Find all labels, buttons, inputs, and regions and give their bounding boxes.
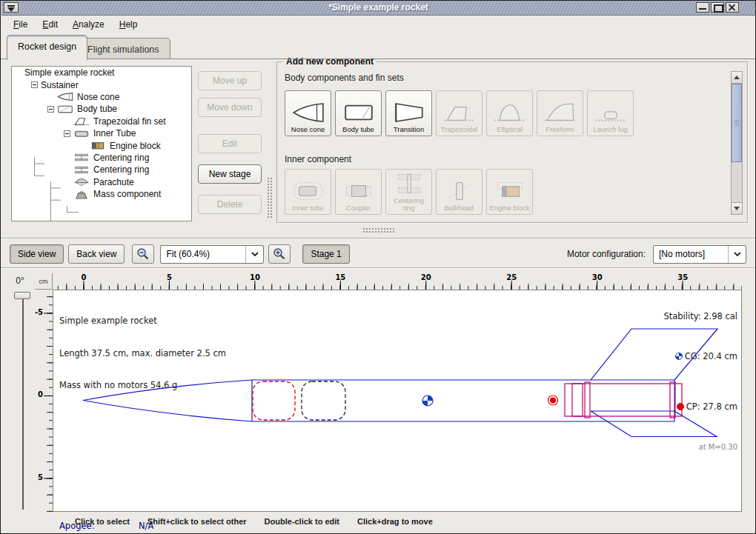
component-button-label: Elliptical [497, 126, 523, 133]
component-panel-scrollbar[interactable] [731, 71, 743, 215]
component-button-label: Freeform [546, 126, 574, 133]
tree-item[interactable]: Body tube [12, 103, 191, 115]
inner-components-row: Inner tube Coupler Centering ring Bulkhe… [285, 169, 533, 215]
tree-item[interactable]: Simple example rocket [12, 67, 191, 79]
tree-item-icon [73, 165, 90, 175]
minimize-icon [699, 8, 706, 10]
tree-action-button[interactable]: Move up [198, 71, 262, 90]
button-label: Move up [213, 76, 247, 86]
body-components-row: Nose cone Body tube Transition Trapezoid… [285, 90, 634, 136]
tree-item[interactable]: Centering ring [12, 164, 191, 176]
add-component-button[interactable]: Trapezoidal [436, 90, 483, 136]
add-component-button[interactable]: Nose cone [285, 90, 331, 136]
tree-item-icon [57, 104, 73, 114]
add-component-button[interactable]: Coupler [335, 169, 382, 215]
tree-item[interactable]: Sustainer [12, 79, 191, 90]
tab[interactable]: Rocket design [7, 35, 87, 60]
scroll-up-button[interactable] [732, 72, 742, 84]
title-bar[interactable]: *Simple example rocket [1, 1, 755, 16]
cg-legend-icon [675, 353, 683, 360]
zoom-level-combo[interactable]: Fit (60.4%) [160, 245, 264, 264]
combo-dropdown-button[interactable] [728, 246, 746, 263]
horizontal-splitter-handle[interactable] [362, 227, 395, 233]
tree-item[interactable]: Parachute [12, 176, 191, 188]
add-component-button[interactable]: Launch lug [587, 90, 634, 136]
body-components-label: Body components and fin sets [285, 73, 404, 83]
chevron-down-icon [734, 252, 741, 256]
horizontal-ruler: 05101520253035 [53, 273, 742, 290]
minimize-button[interactable] [696, 2, 709, 13]
zoom-level-value: Fit (60.4%) [161, 246, 245, 263]
add-component-button[interactable]: Freeform [537, 90, 583, 136]
rotation-slider-handle[interactable] [14, 292, 30, 299]
rocket-mass-text: Mass with no motors 54.6 g [59, 380, 226, 391]
rocket-canvas[interactable]: Simple example rocket Length 37.5 cm, ma… [53, 290, 742, 512]
tree-expander-icon[interactable] [64, 130, 70, 137]
component-button-label: Centering ring [387, 197, 431, 212]
menu-item[interactable]: File [7, 17, 34, 32]
add-component-button[interactable]: Body tube [335, 90, 382, 136]
menu-item[interactable]: Analyze [66, 17, 111, 32]
close-button[interactable] [726, 2, 739, 13]
component-button-label: Body tube [342, 126, 374, 133]
component-button-label: Trapezoidal [441, 126, 477, 133]
component-button-label: Inner tube [292, 204, 324, 212]
tree-item-label: Engine block [110, 141, 161, 151]
motor-configuration-combo[interactable]: [No motors] [653, 245, 746, 264]
tree-item[interactable]: Trapezoidal fin set [12, 116, 191, 127]
menu-item[interactable]: Edit [36, 17, 64, 32]
combo-dropdown-button[interactable] [245, 246, 263, 263]
add-component-button[interactable]: Engine block [486, 169, 533, 215]
cg-marker [422, 396, 433, 406]
h-ruler-label: 15 [335, 273, 345, 281]
h-ruler-label: 5 [167, 273, 172, 281]
scroll-down-button[interactable] [732, 202, 742, 214]
vertical-splitter-handle[interactable] [267, 177, 272, 218]
add-component-button[interactable]: Bulkhead [436, 169, 483, 215]
tab[interactable]: Flight simulations [76, 38, 170, 59]
magnifier-minus-icon [136, 247, 150, 261]
tree-item[interactable]: Engine block [12, 139, 191, 151]
panel-border [1, 59, 755, 59]
menu-item[interactable]: Help [113, 17, 145, 32]
component-icon [291, 179, 325, 203]
centering-ring-shape[interactable] [585, 382, 590, 418]
scrollbar-thumb[interactable] [732, 84, 742, 162]
parachute-shape[interactable] [253, 381, 295, 420]
button-label: Edit [222, 138, 238, 149]
zoom-in-button[interactable] [268, 244, 291, 264]
tree-action-button[interactable]: New stage [198, 164, 262, 184]
tree-item[interactable]: Inner Tube [12, 127, 191, 139]
arrow-up-icon [734, 76, 740, 79]
tree-item[interactable]: Centering ring [12, 152, 191, 164]
tree-item-label: Mass component [93, 189, 161, 199]
tree-item[interactable]: Nose cone [12, 91, 191, 103]
mass-component-shape[interactable] [302, 381, 345, 420]
tree-action-button[interactable]: Edit [198, 134, 262, 153]
cp-text: CP: 27.8 cm [686, 401, 737, 412]
zoom-out-button[interactable] [132, 244, 154, 264]
add-component-button[interactable]: Elliptical [486, 90, 533, 136]
rocket-info-text: Simple example rocket Length 37.5 cm, ma… [59, 294, 226, 413]
button-label: New stage [209, 169, 251, 179]
stage-1-toggle[interactable]: Stage 1 [302, 244, 349, 264]
engine-block-shape[interactable] [572, 384, 583, 416]
tree-action-button[interactable]: Move down [198, 98, 262, 117]
add-component-button[interactable]: Inner tube [285, 169, 331, 215]
back-view-button[interactable]: Back view [68, 244, 125, 264]
tree-item-icon [73, 153, 90, 162]
add-component-button[interactable]: Centering ring [385, 169, 432, 215]
tree-item[interactable]: Mass component [12, 188, 191, 200]
component-button-label: Engine block [489, 204, 529, 212]
tree-expander-icon[interactable] [31, 81, 38, 88]
button-label: Move down [207, 102, 252, 113]
maximize-button[interactable] [711, 2, 724, 13]
component-tree[interactable]: Simple example rocket Sustainer Nose con… [11, 66, 192, 221]
arrow-down-icon [734, 207, 740, 210]
tree-expander-icon[interactable] [47, 106, 54, 113]
add-component-button[interactable]: Transition [385, 90, 432, 136]
component-icon [392, 172, 426, 196]
h-ruler-label: 0 [82, 273, 87, 281]
tree-action-button[interactable]: Delete [198, 195, 262, 214]
side-view-button[interactable]: Side view [10, 244, 64, 264]
